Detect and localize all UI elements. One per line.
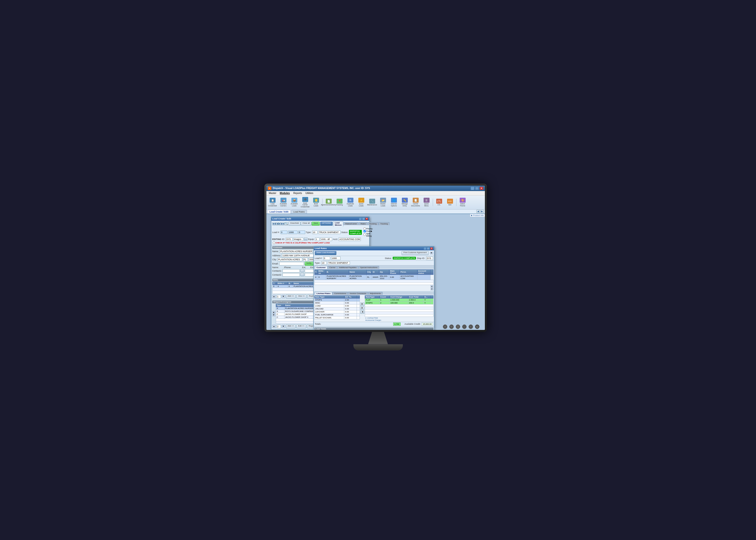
lc-restore[interactable]: □ (362, 217, 365, 220)
monitor-btn-back[interactable]: ↺ (443, 325, 447, 329)
toolbar-maintenance[interactable]: 🔧 Maintenance (367, 198, 377, 206)
email-input[interactable] (279, 262, 304, 265)
shipper-scroll-down[interactable]: ▼ (272, 314, 275, 316)
city-input[interactable] (278, 258, 302, 261)
sub-tab-load-rates[interactable]: Load Rates (291, 210, 307, 213)
rate-tab-invoice[interactable]: Invoice Comments (348, 292, 368, 295)
billto-view-btn[interactable]: Vew >> (296, 295, 307, 299)
rl-row-3[interactable]: LOAD 0.00 (315, 304, 360, 307)
rr-row-2[interactable]: STOPS 2 100.000 200.0 Y (365, 301, 433, 304)
lr-billto-up[interactable]: ▲ (431, 285, 434, 288)
nav-next[interactable]: ▶ (279, 222, 281, 225)
transfer-right-btn[interactable]: ▶ (360, 303, 364, 306)
billto-page[interactable] (277, 295, 281, 298)
load-no-input3[interactable] (298, 230, 305, 234)
lr-tab-special[interactable]: Special Instructions (359, 266, 379, 269)
lr-billto-row-1[interactable]: 4 0 PLANTATION ACRES NURSERY PLANTATION … (315, 275, 433, 280)
c2-nav[interactable]: -- (301, 273, 304, 276)
nav-first[interactable]: ◀◀ (272, 222, 276, 225)
lr-load-no1[interactable] (323, 256, 330, 260)
load-no-input1[interactable] (281, 230, 288, 234)
clear-add-btn[interactable]: Clear/Add (289, 222, 301, 226)
toolbar-duplicate[interactable]: ⧉ DuplicateLoads (345, 197, 356, 207)
lr-minimize[interactable]: _ (424, 247, 427, 250)
lc-minimize[interactable]: _ (359, 217, 362, 220)
id-input[interactable] (286, 237, 293, 241)
load-no-input2[interactable] (288, 230, 298, 234)
split-billing-check[interactable]: Split Billing (364, 232, 373, 237)
rate-tab-adjustments[interactable]: Adjustments (368, 292, 383, 295)
monitor-btn-power[interactable]: ⏻ (475, 325, 479, 329)
toolbar-mileage[interactable]: 📏 MileageEntry (400, 197, 410, 207)
print-agreement-btn[interactable]: Print Customer Agreement (402, 251, 428, 255)
product-info-link[interactable]: ▶ Product Info (470, 214, 485, 217)
restore-btn[interactable]: □ (475, 187, 479, 190)
c1-nav[interactable]: -- (301, 269, 304, 272)
menu-modules[interactable]: Modules (278, 192, 291, 195)
lr-disp-id[interactable] (426, 256, 433, 260)
toolbar-tracking[interactable]: 📍 Tracking (334, 198, 345, 206)
clear-all-btn[interactable]: Clear all (301, 222, 312, 226)
close-btn[interactable]: ✕ (479, 187, 483, 190)
tab-nav-right[interactable]: ▶ (480, 210, 484, 213)
toolbar-carrier-docs[interactable]: 📑 CarrierDocuments (411, 197, 421, 207)
lc-close[interactable]: ✕ (365, 217, 368, 220)
priority-check[interactable]: Priority: (364, 228, 373, 230)
billto-add-btn[interactable]: Add >> (286, 295, 296, 299)
sc-scroll-up[interactable]: ▲ (272, 325, 276, 328)
rl-row-1[interactable]: STOPS 2.00 (315, 298, 360, 301)
shipper-scroll-up[interactable]: ▲ (272, 311, 275, 314)
toolbar-agreement[interactable]: 📄 Agreement/Delivery (323, 198, 334, 206)
imagco-input[interactable] (293, 237, 303, 241)
lc-tab-rates2[interactable]: Rates (359, 222, 367, 225)
cust-name-input[interactable] (280, 250, 313, 253)
acct-input[interactable] (338, 237, 361, 241)
toolbar-theme[interactable]: 🎨 SelectTheme (457, 197, 468, 207)
toolbar-avail-loads[interactable]: 📦 AvailableLoads (289, 197, 300, 207)
post-check[interactable]: Post ▶ (364, 230, 373, 232)
type-desc-input[interactable] (318, 230, 340, 234)
california-check-row[interactable]: CHECK IF THIS IS A CALIFORNIA TRU COMPLI… (272, 241, 368, 244)
equip-desc[interactable] (320, 237, 332, 241)
toolbar-avail-carriers[interactable]: 🚛 AvailableCarriers (278, 197, 289, 207)
toolbar-internet[interactable]: 🌐 InternetOptions (389, 197, 399, 207)
monitor-btn-minus[interactable]: − (462, 325, 467, 329)
rl-row-5[interactable]: LAYOVER 0.00 (315, 310, 360, 313)
toolbar-edi[interactable]: EDI EDI (445, 198, 455, 206)
toolbar-master-loads[interactable]: 📂 MasterLoads (378, 197, 388, 207)
monitor-btn-plus[interactable]: + (468, 325, 473, 329)
rl-row-4[interactable]: UNLOAD 0.00 (315, 307, 360, 310)
toolbar-ltl[interactable]: LTL LTL (434, 198, 444, 206)
lc-tab-rates[interactable]: Rates/Comm (343, 222, 359, 225)
notify-btn[interactable]: Notify: (305, 262, 314, 266)
sub-tab-load-create[interactable]: Load Create / Edit (267, 210, 291, 213)
menu-reports[interactable]: Reports (292, 192, 304, 195)
toolbar-avail-carrier-create[interactable]: ➕ Avail CarrierCreate/Add (300, 196, 311, 208)
lr-close[interactable]: ✕ (430, 247, 433, 250)
lc-tab-memos[interactable]: Load Memos (333, 221, 343, 226)
monitor-btn-forward[interactable]: ↻ (449, 325, 454, 329)
nav-prev[interactable]: ◀ (276, 222, 278, 225)
id-nav-btn[interactable]: >> (304, 237, 308, 241)
transfer-right-2-btn[interactable]: ▶ (360, 307, 364, 310)
billto-scroll-up[interactable]: ▲ (272, 295, 276, 298)
lr-load-no2[interactable] (331, 256, 340, 260)
sc-scroll-down[interactable]: ▼ (282, 325, 285, 328)
lr-tab-add-payables[interactable]: Additional Payables (337, 266, 358, 269)
lr-type-desc[interactable] (328, 261, 350, 265)
billto-scroll-down[interactable]: ▼ (282, 295, 285, 298)
contact2-name[interactable] (283, 273, 300, 277)
lr-tab-customer[interactable]: Customer (315, 266, 327, 269)
minimize-btn[interactable]: _ (470, 187, 474, 190)
sc-page1[interactable] (277, 325, 281, 328)
rate-tab-commissions[interactable]: Commissions (332, 292, 348, 295)
menu-utilities[interactable]: Utilities (304, 192, 315, 195)
toolbar-load-create[interactable]: 📋 LoadCreate/Edit (267, 197, 278, 207)
nav-search[interactable]: 🔍 (285, 222, 288, 225)
type-input[interactable] (312, 230, 317, 234)
lr-type-code[interactable] (321, 261, 327, 265)
nav-last[interactable]: ▶▶ (281, 222, 285, 225)
lc-tab-tracking[interactable]: Tracking (379, 222, 390, 225)
options-btn[interactable]: OPTIONS (320, 222, 333, 226)
rl-row-7[interactable]: PALLET EXCHAN. 0.00 (315, 316, 360, 319)
